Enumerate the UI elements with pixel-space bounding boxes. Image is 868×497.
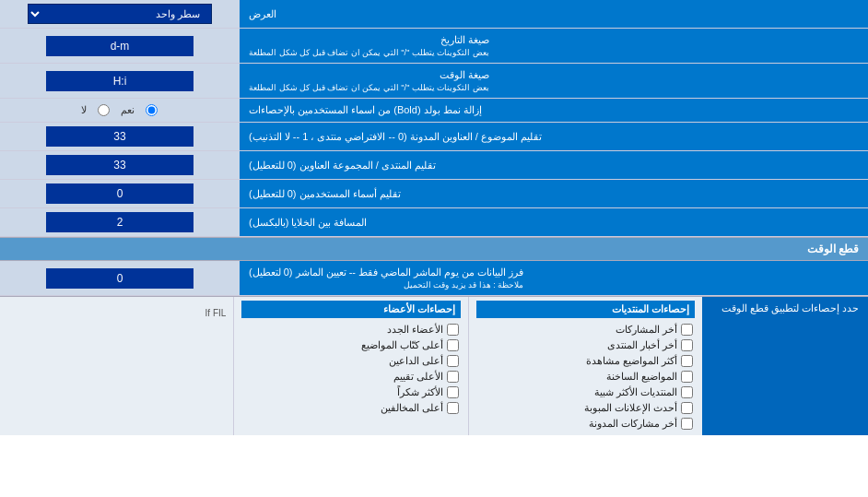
trim-username-label: تقليم أسماء المستخدمين (0 للتعطيل) [240,180,868,207]
trim-subject-input[interactable] [46,126,194,147]
check-last-posts[interactable] [681,324,693,336]
bold-yes-radio[interactable] [146,104,158,116]
bold-removal-input-cell: نعم لا [0,99,240,122]
date-format-label: صيغة التاريخبعض التكوينات يتطلب "/" التي… [240,29,868,63]
check-new-members-cb[interactable] [447,324,459,336]
cell-spacing-row: المسافة بين الخلايا (بالبكسل) [0,208,868,237]
time-format-row: صيغة الوقتبعض التكوينات يتطلب "/" التي ي… [0,64,868,99]
check-similar-forums[interactable] [681,386,693,398]
lines-dropdown[interactable]: سطر واحد سطرين ثلاثة أسطر [28,4,212,24]
check-blog-posts[interactable] [681,418,693,430]
check-top-writers: أعلى كتّاب المواضيع [241,337,460,353]
check-new-members: الأعضاء الجدد [241,322,460,337]
bold-no-radio[interactable] [98,104,110,116]
time-format-input[interactable] [46,71,194,91]
time-cut-filter-label: فرز البيانات من يوم الماشر الماضي فقط --… [240,261,868,295]
check-hot-topics[interactable] [681,371,693,383]
check-top-violators-cb[interactable] [447,402,459,414]
trim-forum-row: تقليم المنتدى / المجموعة العناوين (0 للت… [0,151,868,180]
stats-content: إحصاءات المنتديات أخر المشاركات أخر أخبا… [0,297,702,435]
check-most-viewed[interactable] [681,355,693,367]
trim-username-input[interactable] [46,183,194,204]
check-top-rated-cb[interactable] [447,371,459,383]
stats-limit-label: حدد إحصاءات لتطبيق قطع الوقت [702,297,868,435]
header-row: العرض سطر واحد سطرين ثلاثة أسطر [0,0,868,29]
cell-spacing-input-cell [0,208,240,236]
trim-forum-input[interactable] [46,155,194,175]
cell-spacing-input[interactable] [46,212,194,232]
trim-forum-label: تقليم المنتدى / المجموعة العناوين (0 للت… [240,151,868,179]
date-format-input[interactable] [46,36,194,56]
trim-username-input-cell [0,180,240,207]
check-most-thanked: الأكثر شكراً [241,385,460,400]
forum-stats-header: إحصاءات المنتديات [476,301,695,318]
check-top-rated: الأعلى تقييم [241,369,460,385]
bold-no-label: لا [81,104,87,116]
check-top-inviters-cb[interactable] [447,355,459,367]
date-format-input-cell [0,29,240,63]
check-forum-news[interactable] [681,339,693,351]
trim-subject-input-cell [0,123,240,150]
main-container: العرض سطر واحد سطرين ثلاثة أسطر صيغة الت… [0,0,868,435]
time-cut-filter-row: فرز البيانات من يوم الماشر الماضي فقط --… [0,261,868,296]
trim-subject-label: تقليم الموضوع / العناوين المدونة (0 -- ا… [240,123,868,150]
header-input-cell: سطر واحد سطرين ثلاثة أسطر [0,0,240,28]
header-label: العرض [240,0,868,28]
check-most-thanked-cb[interactable] [447,386,459,398]
cell-spacing-label: المسافة بين الخلايا (بالبكسل) [240,208,868,236]
check-latest-classified[interactable] [681,402,693,414]
trim-subject-row: تقليم الموضوع / العناوين المدونة (0 -- ا… [0,123,868,151]
check-item-1: أخر المشاركات [476,322,695,337]
check-top-writers-cb[interactable] [447,339,459,351]
member-stats-col: إحصاءات الأعضاء الأعضاء الجدد أعلى كتّاب… [233,297,467,435]
trim-username-row: تقليم أسماء المستخدمين (0 للتعطيل) [0,180,868,208]
check-top-inviters: أعلى الداعين [241,353,460,369]
time-cut-filter-input-cell [0,261,240,295]
time-cut-filter-input[interactable] [46,268,194,289]
member-stats-header: إحصاءات الأعضاء [241,301,460,318]
date-format-row: صيغة التاريخبعض التكوينات يتطلب "/" التي… [0,29,868,64]
check-item-6: أحدث الإعلانات المبوبة [476,400,695,416]
check-top-violators: أعلى المخالفين [241,400,460,416]
bold-yes-label: نعم [121,104,135,116]
stats-section: حدد إحصاءات لتطبيق قطع الوقت إحصاءات الم… [0,296,868,435]
if-fil-text: If FIL [7,301,226,318]
bold-removal-row: إزالة نمط بولد (Bold) من اسماء المستخدمي… [0,99,868,123]
time-format-input-cell [0,64,240,98]
forum-stats-col: إحصاءات المنتديات أخر المشاركات أخر أخبا… [468,297,702,435]
time-format-label: صيغة الوقتبعض التكوينات يتطلب "/" التي ي… [240,64,868,98]
check-item-4: المواضيع الساخنة [476,369,695,385]
check-item-7: أخر مشاركات المدونة [476,416,695,432]
bold-removal-label: إزالة نمط بولد (Bold) من اسماء المستخدمي… [240,99,868,122]
trim-forum-input-cell [0,151,240,179]
check-item-3: أكثر المواضيع مشاهدة [476,353,695,369]
check-item-5: المنتديات الأكثر شبية [476,385,695,400]
bold-radio-group: نعم لا [81,104,159,116]
time-cut-header: قطع الوقت [0,237,868,261]
extra-col: If FIL [0,297,233,435]
check-item-2: أخر أخبار المنتدى [476,337,695,353]
